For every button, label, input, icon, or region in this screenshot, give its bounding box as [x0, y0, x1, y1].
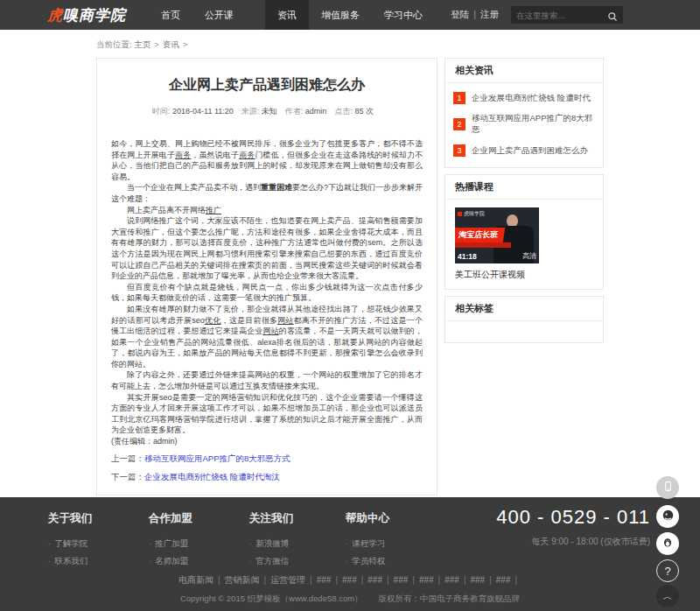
- footer-link-separator: |: [514, 575, 517, 585]
- footer-bottom-link[interactable]: 营销新闻: [225, 575, 260, 585]
- next-article-link[interactable]: 企业发展电商别忙烧钱 险遭时代淘汰: [144, 472, 280, 481]
- related-news-item[interactable]: 3企业网上卖产品遇到困难怎么办: [453, 140, 595, 161]
- next-article-row: 下一篇：企业发展电商别忙烧钱 险遭时代淘汰: [111, 467, 290, 486]
- sidebar: 相关资讯 1企业发展电商别忙烧钱 险遭时代2移动互联网应用APP推广的8大邪恶3…: [444, 58, 604, 349]
- related-tags-empty: [445, 321, 603, 342]
- auth-links: 登陆|注册: [451, 9, 499, 21]
- footer-link-text: 推广加盟: [155, 538, 188, 548]
- footer-bottom-link[interactable]: ###: [419, 575, 434, 585]
- breadcrumb: 当前位置: 主页>资讯>: [96, 39, 191, 51]
- link-bullet: ·: [48, 556, 51, 565]
- related-news-item[interactable]: 2移动互联网应用APP推广的8大邪恶: [453, 109, 595, 140]
- related-news-item[interactable]: 1企业发展电商别忙烧钱 险遭时代: [453, 88, 595, 109]
- link-bullet: ·: [346, 538, 348, 548]
- related-tags-panel: 相关标签: [444, 296, 604, 343]
- footer-link-separator: |: [438, 575, 441, 585]
- auth-divider: |: [473, 9, 476, 19]
- footer-link[interactable]: ·了解学院: [48, 538, 92, 550]
- article-body: 如今，网上交易、网上购物已经不被网民排斥，很多企业为了包揽更多客户，都不得不选择…: [111, 138, 423, 447]
- footer-link-separator: |: [387, 575, 389, 585]
- footer-bottom-link[interactable]: 电商新闻: [178, 575, 214, 585]
- qq-icon: [662, 509, 675, 525]
- rank-badge: 1: [453, 92, 466, 104]
- footer-column-title: 关注我们: [249, 511, 293, 526]
- inline-link[interactable]: 网站: [277, 316, 293, 325]
- related-tags-title: 相关标签: [445, 297, 603, 321]
- register-link[interactable]: 注册: [480, 9, 499, 19]
- footer-bottom-link[interactable]: ###: [471, 575, 486, 585]
- login-link[interactable]: 登陆: [451, 9, 469, 19]
- copyright-text: Copyright © 2015 织梦模板（www.dede58.com）: [180, 593, 363, 603]
- inline-link[interactable]: 优化: [205, 316, 221, 325]
- search-icon[interactable]: [607, 10, 618, 20]
- footer-bottom-link[interactable]: 运营管理: [270, 575, 305, 585]
- breadcrumb-prefix: 当前位置:: [96, 39, 134, 49]
- nav-item-2[interactable]: 公开课: [192, 0, 246, 30]
- search-box: [511, 6, 623, 24]
- footer-link[interactable]: ·课程学习: [346, 538, 389, 550]
- breadcrumb-separator: >: [183, 39, 188, 49]
- footer-column-3: 关注我们·新浪微博·官方微信: [249, 511, 293, 573]
- site-logo[interactable]: 虎嗅商学院: [47, 5, 126, 25]
- inline-link[interactable]: 网站: [263, 327, 279, 335]
- prev-article-row: 上一篇：移动互联网应用APP推广的8大邪恶方式: [111, 449, 290, 467]
- text-segment: (责任编辑：admin): [111, 437, 178, 446]
- rank-badge: 2: [453, 118, 466, 130]
- footer-link[interactable]: ·官方微信: [249, 556, 293, 567]
- nav-item-5[interactable]: 学习中心: [372, 0, 435, 30]
- video-item: 虎嗅学院 淘宝店长班 41:18 高清 美工班公开课视频: [445, 200, 603, 289]
- rank-badge: 3: [453, 144, 466, 157]
- nav-item-4[interactable]: 增值服务: [309, 0, 372, 30]
- customer-service-button[interactable]: [656, 532, 679, 555]
- article-paragraph: 如今，网上交易、网上购物已经不被网民排斥，很多企业为了包揽更多客户，都不得不选择…: [111, 138, 423, 182]
- footer-link[interactable]: ·学员特权: [346, 556, 389, 567]
- article-title: 企业网上卖产品遇到困难怎么办: [111, 76, 423, 95]
- footer-bottom-link[interactable]: ###: [496, 575, 511, 585]
- footer-bottom-link[interactable]: ###: [342, 575, 357, 585]
- bold-text: 重重困难: [261, 183, 292, 192]
- footer-bottom-link[interactable]: ###: [368, 575, 382, 585]
- breadcrumb-link[interactable]: 主页: [134, 39, 150, 49]
- breadcrumb-link[interactable]: 资讯: [163, 39, 179, 49]
- video-quality-badge: 高清: [522, 251, 536, 261]
- hotline-hours: 每天 9:00 - 18:00 (仅收市话费): [496, 536, 650, 548]
- footer-link[interactable]: ·名师加盟: [149, 556, 192, 567]
- top-header-bar: 虎嗅商学院 首页公开课资讯增值服务学习中心 登陆|注册: [0, 0, 700, 30]
- footer-link-separator: |: [489, 575, 492, 585]
- search-input[interactable]: [516, 11, 607, 20]
- back-to-top-button[interactable]: ︿: [656, 585, 679, 607]
- prev-label: 上一篇：: [111, 453, 144, 463]
- related-news-text: 企业发展电商别忙烧钱 险遭时代: [472, 93, 591, 104]
- related-news-text: 移动互联网应用APP推广的8大邪恶: [472, 113, 595, 136]
- breadcrumb-separator: >: [154, 39, 159, 49]
- footer-column-title: 关于我们: [48, 511, 92, 526]
- text-segment: ，这是目前很多: [221, 316, 278, 325]
- video-thumbnail[interactable]: 虎嗅学院 淘宝店长班 41:18 高清: [455, 207, 539, 263]
- next-label: 下一篇：: [111, 472, 144, 481]
- footer-bottom-link[interactable]: ###: [394, 575, 409, 585]
- footer-link[interactable]: ·推广加盟: [149, 538, 192, 550]
- prev-article-link[interactable]: 移动互联网应用APP推广的8大邪恶方式: [144, 453, 290, 463]
- text-segment: ，虽然说电子: [191, 151, 239, 159]
- mobile-float-button[interactable]: [656, 476, 679, 499]
- nav-item-3[interactable]: 资讯: [265, 0, 309, 30]
- footer-link[interactable]: ·新浪微博: [249, 538, 293, 550]
- logo-rest: 嗅商学院: [63, 7, 126, 24]
- copyright-row: Copyright © 2015 织梦模板（www.dede58.com）版权所…: [0, 593, 700, 605]
- related-news-title: 相关资讯: [445, 59, 603, 83]
- footer-bottom-link[interactable]: ###: [444, 575, 459, 585]
- link-bullet: ·: [149, 538, 151, 548]
- nav-item-1[interactable]: 首页: [149, 0, 192, 30]
- inline-link[interactable]: 商务: [239, 151, 255, 159]
- footer-bottom-link[interactable]: ###: [317, 575, 332, 585]
- inline-link[interactable]: 推广: [206, 206, 221, 214]
- article-paragraph: 说到网络推广这个词，大家应该不陌生，也知道要在网上卖产品、提高销售额需要加大宣传…: [111, 215, 423, 282]
- help-float-button[interactable]: ?: [656, 559, 679, 582]
- prev-next-links: 上一篇：移动互联网应用APP推广的8大邪恶方式 下一篇：企业发展电商别忙烧钱 险…: [111, 449, 290, 486]
- footer-link[interactable]: ·联系我们: [48, 556, 92, 567]
- qq-contact-button[interactable]: [656, 505, 679, 528]
- article-paragraph: 其实开展seo是需要一定的网络营销知识和优化技巧的，这个企业需要请一个懂得这方面…: [111, 392, 423, 436]
- footer-column-title: 合作加盟: [149, 511, 192, 526]
- inline-link[interactable]: 商务: [175, 151, 191, 159]
- video-caption-link[interactable]: 美工班公开课视频: [455, 269, 593, 281]
